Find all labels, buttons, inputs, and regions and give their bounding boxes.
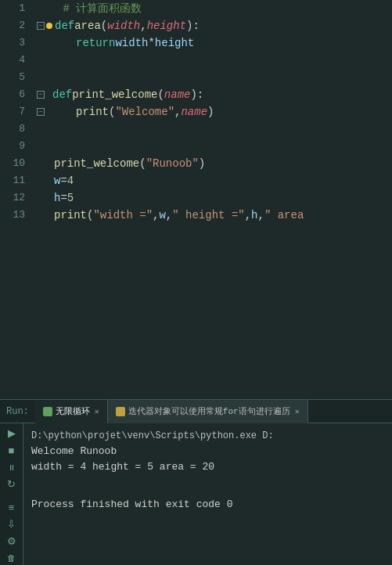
var-height: height bbox=[155, 34, 194, 52]
code-line-3: − return width * height bbox=[37, 34, 392, 52]
comment-text: # 计算面积函数 bbox=[37, 0, 142, 17]
var-w: w bbox=[54, 172, 60, 189]
rerun-button[interactable]: ↻ bbox=[3, 477, 20, 491]
tab-loop-label: 无限循环 bbox=[56, 405, 90, 417]
scroll-down-button[interactable]: ⇩ bbox=[3, 517, 20, 531]
function-name-welcome: print_welcome bbox=[72, 86, 157, 103]
panel-output: D:\python\projet\venv\Scripts\python.exe… bbox=[23, 423, 392, 565]
stop-button[interactable]: ■ bbox=[3, 444, 20, 458]
pause-button[interactable]: ⏸ bbox=[3, 460, 20, 474]
code-line-4 bbox=[37, 52, 392, 69]
line-num-10: 10 bbox=[0, 155, 25, 172]
str-runoob: "Runoob" bbox=[146, 155, 199, 172]
call-welcome: print_welcome bbox=[54, 155, 139, 172]
code-line-8 bbox=[37, 121, 392, 138]
param-height: height bbox=[147, 17, 186, 34]
line-numbers: 1 2 3 4 5 6 7 8 9 10 11 12 13 bbox=[0, 0, 33, 399]
str-welcome: "Welcome" bbox=[115, 103, 174, 121]
code-line-2: − def area ( width , height ): bbox=[37, 17, 392, 34]
fn-print-2: print bbox=[54, 207, 87, 224]
code-line-7: − print ( "Welcome" , name ) bbox=[37, 103, 392, 121]
line-num-7: 7 bbox=[0, 103, 25, 121]
fold-icon-2[interactable]: − bbox=[37, 22, 45, 30]
output-line-1: D:\python\projet\venv\Scripts\python.exe… bbox=[31, 428, 384, 444]
loop-icon bbox=[43, 407, 52, 416]
tab-loop[interactable]: 无限循环 ✕ bbox=[35, 400, 108, 423]
line-num-8: 8 bbox=[0, 121, 25, 138]
keyword-def: def bbox=[55, 17, 74, 34]
keyword-def-2: def bbox=[52, 86, 72, 103]
code-line-6: − def print_welcome ( name ): bbox=[37, 86, 392, 103]
line-num-2: 2 bbox=[0, 17, 25, 34]
output-line-4 bbox=[31, 475, 384, 491]
tab-iter-close[interactable]: ✕ bbox=[295, 407, 300, 416]
scroll-up-button[interactable]: ≡ bbox=[3, 501, 20, 515]
code-editor: 1 2 3 4 5 6 7 8 9 10 11 12 13 # 计算面积函数 −… bbox=[0, 0, 392, 399]
code-line-1: # 计算面积函数 bbox=[37, 0, 392, 17]
code-line-10: print_welcome ( "Runoob" ) bbox=[37, 155, 392, 172]
output-line-2: Welcome Runoob bbox=[31, 444, 384, 459]
fold-icon-7[interactable]: − bbox=[37, 108, 45, 116]
breakpoint-dot-2 bbox=[46, 23, 52, 29]
trash-button[interactable]: 🗑 bbox=[3, 551, 20, 565]
num-5: 5 bbox=[67, 189, 74, 207]
code-line-9 bbox=[37, 138, 392, 155]
bottom-panel: Run: 无限循环 ✕ 迭代器对象可以使用常规for语句进行遍历 ✕ ▶ ■ ⏸… bbox=[0, 399, 392, 565]
output-line-5: Process finished with exit code 0 bbox=[31, 497, 384, 513]
play-button[interactable]: ▶ bbox=[3, 426, 20, 441]
code-area[interactable]: # 计算面积函数 − def area ( width , height ): … bbox=[33, 0, 392, 399]
line-num-3: 3 bbox=[0, 34, 25, 52]
code-line-13: print ( "width =" , w , " height =" , h … bbox=[37, 207, 392, 224]
function-name-area: area bbox=[74, 17, 101, 34]
panel-content: ▶ ■ ⏸ ↻ ≡ ⇩ ⚙ 🗑 D:\python\projet\venv\Sc… bbox=[0, 423, 392, 565]
fold-icon-6[interactable]: − bbox=[37, 91, 45, 99]
param-width: width bbox=[107, 17, 140, 34]
line-num-1: 1 bbox=[0, 0, 25, 17]
tab-iter[interactable]: 迭代器对象可以使用常规for语句进行遍历 ✕ bbox=[108, 400, 308, 423]
line-num-6: 6 bbox=[0, 86, 25, 103]
code-line-11: w = 4 bbox=[37, 172, 392, 189]
settings-button[interactable]: ⚙ bbox=[3, 534, 20, 549]
iter-icon bbox=[116, 407, 125, 416]
keyword-return: return bbox=[76, 34, 115, 52]
var-h: h bbox=[54, 189, 60, 207]
var-width: width bbox=[115, 34, 148, 52]
tab-loop-close[interactable]: ✕ bbox=[95, 407, 99, 416]
line-num-12: 12 bbox=[0, 189, 25, 207]
line-num-11: 11 bbox=[0, 172, 25, 189]
code-line-12: h = 5 bbox=[37, 189, 392, 207]
panel-sidebar: ▶ ■ ⏸ ↻ ≡ ⇩ ⚙ 🗑 bbox=[0, 423, 23, 565]
param-name: name bbox=[164, 86, 191, 103]
code-line-5 bbox=[37, 69, 392, 86]
run-label: Run: bbox=[0, 406, 35, 417]
line-num-4: 4 bbox=[0, 52, 25, 69]
line-num-5: 5 bbox=[0, 69, 25, 86]
line-num-13: 13 bbox=[0, 207, 25, 224]
panel-tabs: Run: 无限循环 ✕ 迭代器对象可以使用常规for语句进行遍历 ✕ bbox=[0, 400, 392, 423]
tab-iter-label: 迭代器对象可以使用常规for语句进行遍历 bbox=[128, 405, 290, 417]
output-line-3: width = 4 height = 5 area = 20 bbox=[31, 459, 384, 475]
var-name: name bbox=[181, 103, 207, 121]
line-num-9: 9 bbox=[0, 138, 25, 155]
num-4: 4 bbox=[67, 172, 74, 189]
fn-print: print bbox=[76, 103, 109, 121]
